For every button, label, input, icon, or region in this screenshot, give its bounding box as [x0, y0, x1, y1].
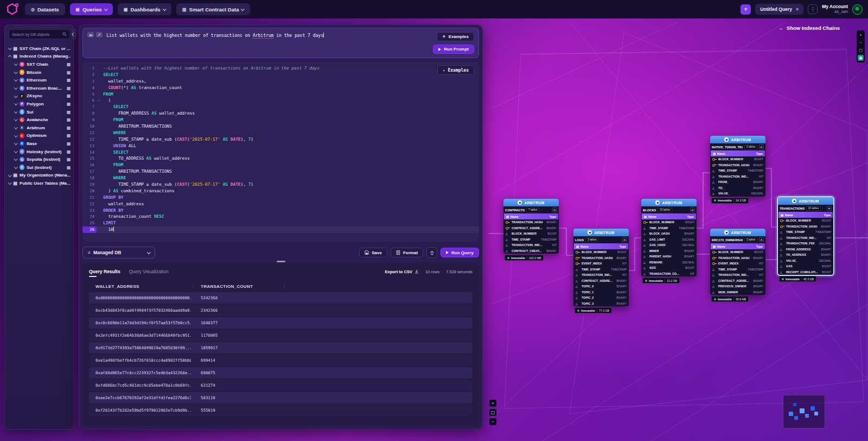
card-column-row[interactable]: △CONTRACT_ADDRE...BINARY: [573, 278, 629, 284]
card-collapse-button[interactable]: [759, 237, 764, 242]
table-row[interactable]: 0xaf88d065e77c8cc2239327c5edb3a432268e..…: [89, 367, 473, 379]
close-icon[interactable]: ×: [796, 7, 799, 12]
create-table-icon[interactable]: ▦: [67, 62, 71, 67]
card-column-row[interactable]: BLOCK_NUMBERBIGINT: [710, 156, 765, 162]
sidebar-section-public-user-tables-ma[interactable]: ▤Public User Tables (Ma...: [9, 179, 71, 187]
card-column-row[interactable]: TRANSACTION_HASHBINARY: [503, 219, 559, 225]
sidebar-item-ethereum[interactable]: EEthereum▦: [9, 76, 71, 84]
card-column-row[interactable]: △BLOCK_HASHBINARY: [641, 231, 697, 237]
card-collapse-button[interactable]: [622, 237, 627, 242]
code-line[interactable]: 25LIMIT: [82, 220, 479, 226]
card-column-row[interactable]: △TOPIC_3BINARY: [573, 301, 629, 307]
fit-view-icon[interactable]: ▢: [858, 47, 864, 53]
card-column-row[interactable]: △PARENT_HASHBINARY: [641, 254, 697, 260]
sidebar-collapse-button[interactable]: [72, 29, 76, 39]
card-column-row[interactable]: △TRANSACTION_IND...INT: [710, 272, 765, 278]
canvas-fit-button[interactable]: ▢: [489, 409, 496, 416]
canvas-zoom-out-button[interactable]: −: [489, 418, 496, 425]
card-column-row[interactable]: △MINERBINARY: [641, 248, 697, 254]
sidebar-item-arbitrum[interactable]: AArbitrum▦: [9, 124, 71, 132]
code-line[interactable]: 5FROM: [82, 91, 479, 98]
card-column-row[interactable]: △CONTRACT_ADDRE...BINARY: [710, 278, 765, 284]
table-row[interactable]: 0xfd086bc7cd5c481dcc9c85ebe478a1c0b69fc.…: [89, 380, 473, 391]
schema-card-logs[interactable]: ◆ARBITRUMLOGS2 tables▤NameTypeBLOCK_NUMB…: [573, 229, 629, 306]
table-row[interactable]: 0x2efc4931f2e64b38d6ae3d714466840fbc951.…: [89, 330, 473, 341]
prompt-input-text[interactable]: List wallets with the highest number of …: [106, 33, 324, 38]
create-table-icon[interactable]: ▦: [67, 93, 71, 98]
ai-prompt-box[interactable]: AI List wallets with the highest number …: [82, 28, 479, 58]
card-column-row[interactable]: TRANSACTION_HASHBINARY: [573, 255, 629, 261]
schema-card-erc173-ownership-t[interactable]: ◆ARBITRUMERC173_OWNERSHIP_T...2 tables▤N…: [710, 229, 765, 295]
card-column-row[interactable]: EVENT_INDEXINT: [710, 261, 765, 267]
card-column-row[interactable]: △GAS_USEDDECIMAL: [641, 242, 697, 248]
sidebar-item-polygon[interactable]: PPolygon▦: [9, 100, 71, 108]
card-column-row[interactable]: △RECEIPT_CUMULATI...BIGINT: [778, 269, 833, 275]
sidebar-item-sxt-chain[interactable]: SSXT Chain▦: [9, 60, 71, 68]
code-line[interactable]: 8 FROM_ADDRESS AS wallet_address: [82, 110, 479, 117]
code-line[interactable]: 22 wallet_address: [82, 201, 479, 207]
card-column-row[interactable]: △TRANSACTION_FEEDECIMAL: [778, 241, 833, 247]
table-row[interactable]: 0xe1a498fbeffb4cb726f810ccc4a8982ff50bb8…: [89, 355, 473, 366]
tab-query-visualization[interactable]: Query Visualization: [129, 269, 169, 274]
card-column-row[interactable]: △TRANSACTION_CO...INT: [641, 271, 697, 277]
save-button[interactable]: Save: [359, 248, 387, 257]
database-selector[interactable]: ≡ Managed DB: [82, 247, 155, 259]
card-column-row[interactable]: BLOCK_NUMBERBIGINT: [778, 218, 833, 224]
table-row[interactable]: 0x9173d2774393a75064899819a7605830f09...…: [89, 342, 473, 354]
schema-card-native-token-trans[interactable]: ◆ARBITRUMNATIVE_TOKEN_TRANS...2 tables▤N…: [710, 136, 765, 197]
code-line[interactable]: 4 COUNT(*) AS transaction_count: [82, 85, 479, 91]
card-column-row[interactable]: BLOCK_NUMBERBIGINT: [641, 219, 697, 225]
card-column-row[interactable]: △TIME_STAMPTIMESTAMP: [573, 267, 629, 273]
code-line[interactable]: 13 UNION ALL: [82, 143, 479, 149]
card-collapse-button[interactable]: [759, 144, 764, 149]
nav-item-queries[interactable]: ▣Queries: [70, 3, 113, 15]
prompt-examples-button[interactable]: ✦ Examples: [437, 32, 474, 41]
format-button[interactable]: Format: [391, 248, 423, 257]
code-line[interactable]: 2SELECT: [82, 72, 479, 78]
new-query-button[interactable]: +: [741, 4, 751, 15]
card-column-row[interactable]: △TO_BINARY: [710, 185, 765, 191]
sql-editor[interactable]: ✦ Examples 1--List wallets with the high…: [82, 61, 479, 242]
create-table-icon[interactable]: ▦: [67, 133, 71, 138]
table-row[interactable]: 0xee2e7ccb67670292af2e31dffd1fea2276d6c7…: [89, 392, 473, 404]
avatar[interactable]: [852, 4, 863, 15]
column-header-wallet-address[interactable]: WALLET_ADDRESS: [89, 284, 191, 289]
code-line[interactable]: 26 10: [82, 226, 479, 233]
zoom-out-icon[interactable]: −: [858, 40, 864, 46]
card-column-row[interactable]: △BLOCK_NUMBERBIGINT: [503, 231, 559, 237]
create-table-icon[interactable]: ▦: [67, 102, 71, 106]
sidebar-item-ethereum-beac[interactable]: EEthereum Beac...▦: [9, 84, 71, 92]
card-column-row[interactable]: △TIME_STAMPTIMESTAMP: [641, 225, 697, 231]
editor-examples-button[interactable]: ✦ Examples: [437, 65, 474, 75]
account-info[interactable]: My Account Ali_Jafri: [822, 4, 848, 14]
card-column-row[interactable]: EVENT_INDEXINT: [573, 261, 629, 267]
code-line[interactable]: 7 SELECT: [82, 104, 479, 110]
run-query-button[interactable]: Run Query: [441, 248, 479, 257]
sidebar-item-bitcoin[interactable]: BBitcoin▦: [9, 68, 71, 77]
code-line[interactable]: 6▾ (: [82, 97, 479, 104]
search-input[interactable]: [12, 32, 62, 37]
sidebar-item-optimism[interactable]: OOptimism▦: [9, 132, 71, 140]
canvas-zoom-in-button[interactable]: +: [489, 400, 496, 407]
card-column-row[interactable]: △VALUE_DECIMAL: [710, 191, 765, 197]
create-table-icon[interactable]: ▦: [67, 149, 71, 154]
code-line[interactable]: 16 FROM: [82, 162, 479, 168]
card-column-row[interactable]: △NEW_OWNERBINARY: [710, 289, 765, 295]
panel-resize-handle[interactable]: [277, 261, 285, 262]
schema-card-contracts[interactable]: ◆ARBITRUMCONTRACTS7 tables▤NameTypeTRANS…: [503, 199, 559, 254]
card-column-row[interactable]: TRANSACTION_HASHBINARY: [710, 162, 765, 168]
code-line[interactable]: 15 TO_ADDRESS AS wallet_address: [82, 155, 479, 162]
code-line[interactable]: 17 ARBITRUM.TRANSACTIONS: [82, 168, 479, 175]
nav-item-smart-contract-data[interactable]: ▥Smart Contract Data: [176, 3, 250, 15]
sidebar-item-holesky-testnet[interactable]: HHolesky (testnet)▦: [9, 148, 71, 156]
column-menu-icon[interactable]: ⋮: [282, 284, 292, 289]
schema-card-blocks[interactable]: ◆ARBITRUMBLOCKS23 tables▤NameTypeBLOCK_N…: [641, 199, 697, 276]
card-collapse-button[interactable]: [827, 206, 832, 211]
run-prompt-button[interactable]: Run Prompt: [433, 45, 474, 54]
card-column-row[interactable]: △TO_ADDRESSBINARY: [778, 252, 833, 258]
tab-untitled-query[interactable]: Untitled Query ×: [755, 4, 803, 15]
nav-item-datasets[interactable]: ◎Datasets: [25, 3, 65, 15]
card-column-row[interactable]: △TIME_STAMPTIMESTAMP: [778, 229, 833, 235]
more-options-button[interactable]: ⋮: [808, 4, 818, 14]
card-column-row[interactable]: CONTRACT_ADDRE...BINARY: [503, 225, 559, 231]
